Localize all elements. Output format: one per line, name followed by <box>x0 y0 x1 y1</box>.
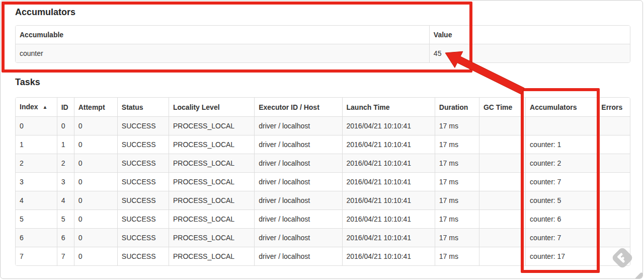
column-header-executor-id-host[interactable]: Executor ID / Host <box>255 98 342 117</box>
cell-id: 1 <box>57 135 74 154</box>
cell-attempt: 0 <box>74 173 117 191</box>
cell-gc-time <box>479 229 525 247</box>
column-header-launch-time[interactable]: Launch Time <box>342 98 435 117</box>
column-label: Index <box>20 103 38 111</box>
cell-status: SUCCESS <box>117 154 169 173</box>
cell-accumulators: counter: 7 <box>526 229 597 247</box>
cell-attempt: 0 <box>74 229 117 247</box>
column-label: Launch Time <box>347 103 390 111</box>
cell-locality-level: PROCESS_LOCAL <box>169 173 254 191</box>
accumulators-table: AccumulableValuecounter45 <box>15 25 630 63</box>
cell-locality-level: PROCESS_LOCAL <box>169 191 254 210</box>
tasks-section-heading: Tasks <box>15 77 40 88</box>
cell-status: SUCCESS <box>117 229 169 247</box>
cell-locality-level: PROCESS_LOCAL <box>169 135 254 154</box>
table-row: 220SUCCESSPROCESS_LOCALdriver / localhos… <box>16 154 630 173</box>
cell-attempt: 0 <box>74 247 117 266</box>
cell-accumulators: counter: 1 <box>526 135 597 154</box>
cell-locality-level: PROCESS_LOCAL <box>169 247 254 266</box>
cell-launch-time: 2016/04/21 10:10:41 <box>342 247 435 266</box>
column-header-accumulable[interactable]: Accumulable <box>16 26 429 44</box>
cell-id: 0 <box>57 117 74 135</box>
cell-locality-level: PROCESS_LOCAL <box>169 229 254 247</box>
column-header-status[interactable]: Status <box>117 98 169 117</box>
column-header-gc-time[interactable]: GC Time <box>479 98 525 117</box>
cell-status: SUCCESS <box>117 191 169 210</box>
accumulators-section-heading: Accumulators <box>15 7 75 18</box>
cell-accumulators: counter: 7 <box>526 173 597 191</box>
column-label: Executor ID / Host <box>259 103 319 111</box>
cell-launch-time: 2016/04/21 10:10:41 <box>342 117 435 135</box>
cell-executor-id-host: driver / localhost <box>255 247 342 266</box>
cell-duration: 17 ms <box>435 210 479 229</box>
column-header-attempt[interactable]: Attempt <box>74 98 117 117</box>
cell-duration: 17 ms <box>435 173 479 191</box>
cell-index: 4 <box>16 191 57 210</box>
column-header-errors[interactable]: Errors <box>597 98 630 117</box>
cell-id: 5 <box>57 210 74 229</box>
cell-executor-id-host: driver / localhost <box>255 191 342 210</box>
cell-status: SUCCESS <box>117 117 169 135</box>
feedly-watermark-icon <box>610 246 634 270</box>
column-label: Duration <box>439 103 468 111</box>
cell-status: SUCCESS <box>117 247 169 266</box>
cell-duration: 17 ms <box>435 229 479 247</box>
column-header-id[interactable]: ID <box>57 98 74 117</box>
cell-attempt: 0 <box>74 191 117 210</box>
cell-id: 7 <box>57 247 74 266</box>
column-header-locality-level[interactable]: Locality Level <box>169 98 254 117</box>
cell-id: 2 <box>57 154 74 173</box>
cell-errors <box>597 135 630 154</box>
column-header-value[interactable]: Value <box>429 26 630 44</box>
column-header-accumulators[interactable]: Accumulators <box>526 98 597 117</box>
cell-status: SUCCESS <box>117 173 169 191</box>
column-label: Accumulable <box>20 31 63 39</box>
cell-gc-time <box>479 173 525 191</box>
column-label: Attempt <box>78 103 105 111</box>
cell-errors <box>597 229 630 247</box>
cell-launch-time: 2016/04/21 10:10:41 <box>342 229 435 247</box>
table-row: 110SUCCESSPROCESS_LOCALdriver / localhos… <box>16 135 630 154</box>
table-row: 770SUCCESSPROCESS_LOCALdriver / localhos… <box>16 247 630 266</box>
cell-errors <box>597 154 630 173</box>
column-label: Errors <box>601 103 622 111</box>
table-row: 550SUCCESSPROCESS_LOCALdriver / localhos… <box>16 210 630 229</box>
cell-gc-time <box>479 154 525 173</box>
sort-ascending-icon: ▲ <box>43 104 48 110</box>
table-row: counter45 <box>16 44 630 63</box>
table-row: 440SUCCESSPROCESS_LOCALdriver / localhos… <box>16 191 630 210</box>
cell-launch-time: 2016/04/21 10:10:41 <box>342 191 435 210</box>
cell-locality-level: PROCESS_LOCAL <box>169 117 254 135</box>
cell-index: 6 <box>16 229 57 247</box>
cell-gc-time <box>479 135 525 154</box>
cell-index: 5 <box>16 210 57 229</box>
cell-duration: 17 ms <box>435 135 479 154</box>
table-row: 330SUCCESSPROCESS_LOCALdriver / localhos… <box>16 173 630 191</box>
column-header-index[interactable]: Index▲ <box>16 98 57 117</box>
table-row: 660SUCCESSPROCESS_LOCALdriver / localhos… <box>16 229 630 247</box>
cell-executor-id-host: driver / localhost <box>255 135 342 154</box>
cell-gc-time <box>479 117 525 135</box>
cell-index: 7 <box>16 247 57 266</box>
cell-index: 1 <box>16 135 57 154</box>
cell-executor-id-host: driver / localhost <box>255 154 342 173</box>
cell-launch-time: 2016/04/21 10:10:41 <box>342 135 435 154</box>
column-label: Value <box>434 31 452 39</box>
cell-accumulators: counter: 6 <box>526 210 597 229</box>
column-label: ID <box>61 103 68 111</box>
cell-errors <box>597 117 630 135</box>
column-label: Accumulators <box>530 103 577 111</box>
column-label: GC Time <box>484 103 512 111</box>
cell-id: 3 <box>57 173 74 191</box>
cell-errors <box>597 173 630 191</box>
cell-duration: 17 ms <box>435 154 479 173</box>
cell-accumulators: counter: 17 <box>526 247 597 266</box>
column-header-duration[interactable]: Duration <box>435 98 479 117</box>
column-label: Status <box>122 103 143 111</box>
cell-accumulators <box>526 117 597 135</box>
cell-status: SUCCESS <box>117 135 169 154</box>
cell-launch-time: 2016/04/21 10:10:41 <box>342 154 435 173</box>
cell-errors <box>597 210 630 229</box>
cell-value: 45 <box>429 44 630 63</box>
cell-attempt: 0 <box>74 210 117 229</box>
